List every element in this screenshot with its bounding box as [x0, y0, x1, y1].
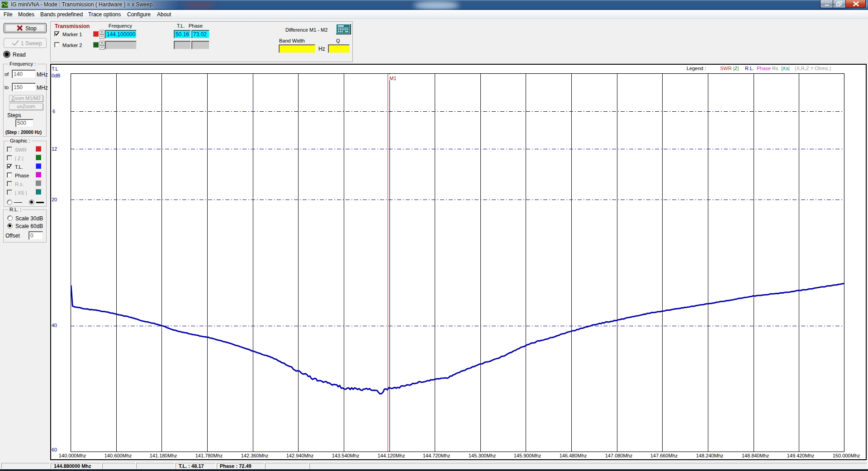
svg-text:1 Sweep: 1 Sweep: [21, 40, 42, 47]
svg-text:Stop: Stop: [25, 25, 37, 32]
svg-text:M1: M1: [389, 76, 396, 81]
svg-text:Read: Read: [13, 52, 26, 58]
